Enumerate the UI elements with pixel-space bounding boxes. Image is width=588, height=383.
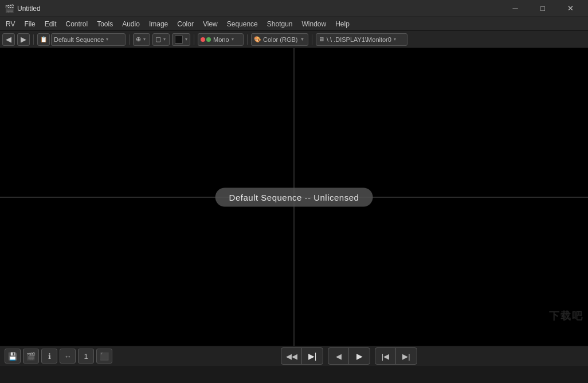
play-fwd-button[interactable]: ▶ [349,348,370,364]
prev-frame-button[interactable]: ◀◀ [281,348,302,364]
menu-image[interactable]: Image [144,19,173,29]
menu-shotgun[interactable]: Shotgun [262,19,297,29]
transport-group-2: ◀ ▶ [328,347,370,365]
tool-icon: ⊕ [136,36,141,43]
toolbar-sep-1 [33,34,34,45]
minimize-button[interactable]: ─ [502,0,528,17]
menu-window[interactable]: Window [297,19,331,29]
window-title: Untitled [17,5,502,13]
toolbar: ◀ ▶ 📋 Default Sequence ▾ ⊕ ▾ ▢ ▾ ▾ Mono … [0,31,588,48]
menu-view[interactable]: View [198,19,222,29]
sequence-dropdown[interactable]: Default Sequence ▾ [51,33,126,46]
frame-type-icon: ▢ [155,36,161,43]
frame-type-dropdown[interactable]: ▢ ▾ [152,33,170,46]
toolbar-sep-4 [247,34,248,45]
mono-icons [201,37,211,42]
transport-group-3: |◀ ▶| [375,347,417,365]
color-square-dropdown[interactable]: ▾ [172,33,190,46]
viewport: Default Sequence -- Unlicensed 下载吧 [0,48,588,346]
menu-bar: RV File Edit Control Tools Audio Image C… [0,17,588,31]
save-button[interactable]: 💾 [5,349,21,364]
menu-edit[interactable]: Edit [40,19,61,29]
mono-dropdown[interactable]: Mono ▾ [198,33,244,46]
menu-tools[interactable]: Tools [92,19,117,29]
display-arrow: ▾ [394,37,396,42]
play-back-button[interactable]: ◀ [328,348,349,364]
mono-dot-green [206,37,211,42]
mono-dot-red [201,37,205,42]
watermark: 下载吧 [549,309,583,323]
mono-label: Mono [213,36,229,43]
color-mode-arrow: ▼ [300,37,305,42]
sequence-label: Default Sequence [54,36,104,43]
display-label: \ \ .DISPLAY1\Monitor0 [327,36,391,43]
transport-group-1: ◀◀ ▶| [281,347,323,365]
toolbar-sep-2 [129,34,130,45]
forward-button[interactable]: ▶ [17,33,30,46]
statusbar: 💾 🎬 ℹ ↔ 1 ⬛ ◀◀ ▶| ◀ ▶ |◀ ▶| [0,346,588,366]
display-dropdown[interactable]: 🖥 \ \ .DISPLAY1\Monitor0 ▾ [316,33,407,46]
step-fwd-button[interactable]: ▶| [302,348,323,364]
tool-dropdown[interactable]: ⊕ ▾ [133,33,150,46]
menu-audio[interactable]: Audio [117,19,144,29]
menu-rv[interactable]: RV [1,19,19,29]
maximize-button[interactable]: □ [530,0,556,17]
tool-dropdown-arrow: ▾ [143,37,146,42]
sequence-label-overlay: Default Sequence -- Unlicensed [215,187,373,206]
title-bar: 🎬 Untitled ─ □ ✕ [0,0,588,17]
back-button[interactable]: ◀ [2,33,15,46]
toolbar-sep-5 [312,34,312,45]
camera-button[interactable]: 🎬 [23,349,39,364]
display-icon: 🖥 [319,36,324,42]
color-mode-icon: 🎨 [254,36,261,42]
one-button[interactable]: 1 [78,349,94,364]
window-controls: ─ □ ✕ [502,0,583,17]
info-button[interactable]: ℹ [41,349,57,364]
color-square-icon [175,36,183,44]
bar-button[interactable]: ⬛ [96,349,112,364]
color-square-arrow: ▾ [185,37,187,42]
menu-help[interactable]: Help [331,19,354,29]
frame-type-arrow: ▾ [163,37,166,42]
menu-color[interactable]: Color [173,19,198,29]
menu-sequence[interactable]: Sequence [222,19,262,29]
menu-file[interactable]: File [19,19,40,29]
color-mode-dropdown[interactable]: 🎨 Color (RGB) ▼ [251,33,308,46]
mono-dropdown-arrow: ▾ [232,37,234,42]
link-button[interactable]: ↔ [60,349,76,364]
app-icon: 🎬 [5,4,14,13]
toolbar-sep-3 [194,34,194,45]
go-start-button[interactable]: |◀ [375,348,396,364]
sequence-dropdown-arrow: ▾ [106,37,108,42]
close-button[interactable]: ✕ [557,0,583,17]
color-mode-label: Color (RGB) [263,36,298,43]
menu-control[interactable]: Control [61,19,92,29]
sequence-icon-btn[interactable]: 📋 [37,33,50,46]
go-end-button[interactable]: ▶| [396,348,417,364]
